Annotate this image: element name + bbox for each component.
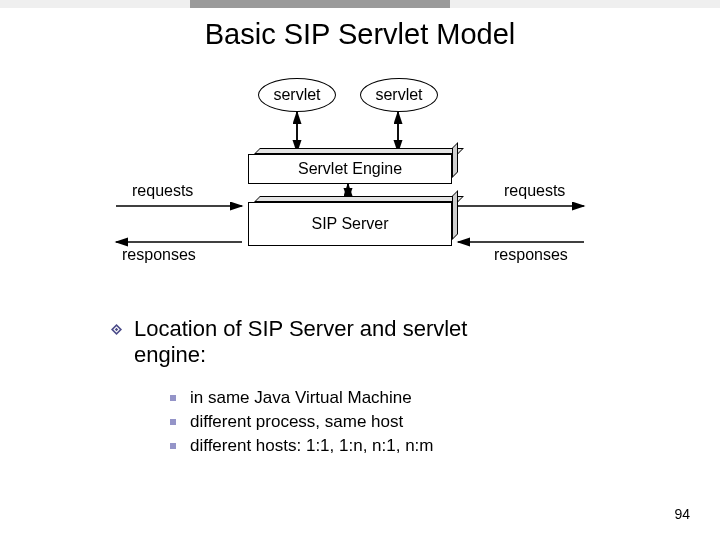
responses-left-label: responses — [122, 246, 196, 264]
sip-server-box: SIP Server — [248, 202, 452, 246]
requests-right-label: requests — [504, 182, 565, 200]
sub-bullet-item: in same Java Virtual Machine — [170, 388, 434, 408]
top-bar-accent — [190, 0, 450, 8]
main-bullet: Location of SIP Server and servlet engin… — [110, 316, 630, 368]
servlet-engine-label: Servlet Engine — [298, 160, 402, 178]
responses-right-label: responses — [494, 246, 568, 264]
sub-bullet-text: in same Java Virtual Machine — [190, 388, 412, 408]
sub-bullet-text: different hosts: 1:1, 1:n, n:1, n:m — [190, 436, 434, 456]
sub-bullet-list: in same Java Virtual Machine different p… — [170, 388, 434, 460]
sub-bullet-item: different process, same host — [170, 412, 434, 432]
servlet-oval-2: servlet — [360, 78, 438, 112]
diamond-bullet-icon — [110, 323, 123, 336]
sip-server-label: SIP Server — [311, 215, 388, 233]
servlet-engine-box: Servlet Engine — [248, 154, 452, 184]
servlet-1-label: servlet — [273, 86, 320, 104]
slide-title: Basic SIP Servlet Model — [0, 18, 720, 51]
page-number: 94 — [674, 506, 690, 522]
sub-bullet-item: different hosts: 1:1, 1:n, n:1, n:m — [170, 436, 434, 456]
requests-left-label: requests — [132, 182, 193, 200]
servlet-2-label: servlet — [375, 86, 422, 104]
main-bullet-line1: Location of SIP Server and servlet — [134, 316, 467, 342]
architecture-diagram: servlet servlet Servlet Engine SIP Serve… — [80, 66, 620, 286]
square-bullet-icon — [170, 419, 176, 425]
square-bullet-icon — [170, 443, 176, 449]
servlet-oval-1: servlet — [258, 78, 336, 112]
main-bullet-line2: engine: — [134, 342, 467, 368]
sub-bullet-text: different process, same host — [190, 412, 403, 432]
square-bullet-icon — [170, 395, 176, 401]
